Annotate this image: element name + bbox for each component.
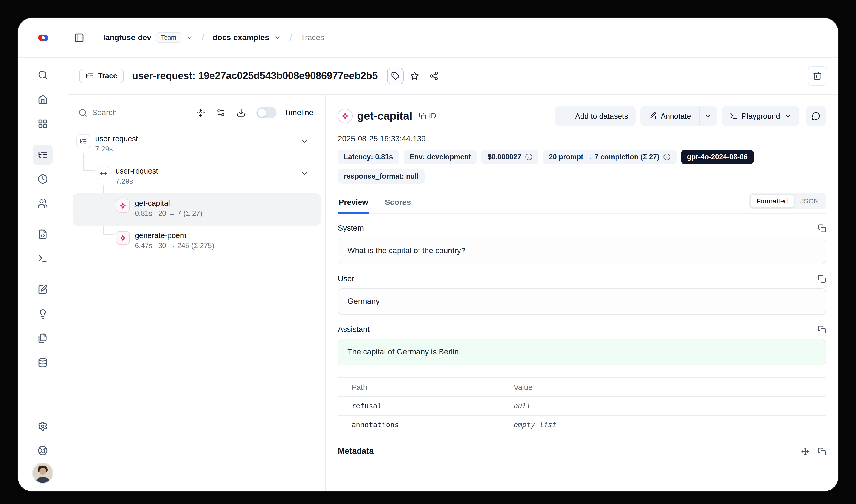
tree-item-generation[interactable]: generate-poem 6.47s 30 → 245 (Σ 275) xyxy=(73,226,321,258)
playground-label: Playground xyxy=(742,112,780,120)
cost-value: $0.000027 xyxy=(487,153,521,161)
sidebar-item-playground[interactable] xyxy=(33,249,53,269)
tree-item-duration: 7.29s xyxy=(115,176,133,186)
sidebar-item-traces[interactable] xyxy=(33,145,53,165)
tree-settings-button[interactable] xyxy=(212,104,230,122)
sidebar-item-dashboard[interactable] xyxy=(33,114,53,134)
trace-title: user-request: 19e27ac025d543b008e9086977… xyxy=(132,70,378,82)
chevron-down-icon[interactable] xyxy=(301,169,309,178)
value-cell: null xyxy=(514,402,826,410)
detail-tabs: Preview Scores Formatted JSON xyxy=(338,193,826,214)
tree-item-generation-selected[interactable]: get-capital 0.81s 20 → 7 (Σ 27) xyxy=(73,193,321,226)
tree-item-label: user-request xyxy=(95,133,138,144)
tree-item-span[interactable]: user-request 7.29s xyxy=(73,161,321,193)
playground-button[interactable]: Playground xyxy=(721,106,799,126)
format-option-formatted[interactable]: Formatted xyxy=(750,194,794,208)
download-icon xyxy=(237,108,246,118)
delete-trace-button[interactable] xyxy=(808,66,827,86)
breadcrumb-folder[interactable]: docs-examples xyxy=(213,33,269,42)
breadcrumb-separator: / xyxy=(201,32,204,43)
section-user: User Germany xyxy=(338,274,826,315)
tab-preview[interactable]: Preview xyxy=(338,198,369,213)
bookmark-star-button[interactable] xyxy=(406,68,423,84)
move-icon[interactable] xyxy=(801,447,809,455)
tokens-badge[interactable]: 20 prompt → 7 completion (Σ 27) xyxy=(543,149,676,164)
sidebar-item-evaluation[interactable] xyxy=(33,304,53,324)
tab-scores[interactable]: Scores xyxy=(384,198,412,213)
tree-item-duration: 6.47s xyxy=(135,240,152,251)
section-assistant: Assistant The capital of Germany is Berl… xyxy=(338,325,826,365)
section-label: System xyxy=(338,224,364,233)
sidebar-item-support[interactable] xyxy=(33,440,53,461)
copy-id-chip[interactable]: ID xyxy=(419,112,436,120)
sidebar-item-search[interactable] xyxy=(33,65,53,85)
breadcrumb-project[interactable]: langfuse-dev xyxy=(103,33,151,42)
search-input[interactable] xyxy=(92,108,143,118)
tree-item-duration: 0.81s xyxy=(135,208,152,219)
tree-toolbar: Timeline xyxy=(68,95,325,127)
chevron-down-icon[interactable] xyxy=(274,34,281,41)
tree-item-label: user-request xyxy=(115,166,158,176)
sidebar-item-users[interactable] xyxy=(33,193,53,214)
sidebar-item-annotation[interactable] xyxy=(33,280,53,300)
timeline-toggle[interactable] xyxy=(256,107,277,118)
annotate-dropdown-button[interactable] xyxy=(699,106,717,126)
sidebar-item-database[interactable] xyxy=(33,353,53,373)
info-icon xyxy=(525,153,532,161)
comments-button[interactable] xyxy=(806,106,826,126)
sidebar-item-home[interactable] xyxy=(33,89,53,110)
metadata-section: Metadata xyxy=(338,447,826,456)
tree-item-trace[interactable]: user-request 7.29s xyxy=(73,129,321,161)
trash-icon xyxy=(813,71,822,80)
chevron-down-icon[interactable] xyxy=(186,34,193,41)
metadata-label: Metadata xyxy=(338,447,374,456)
panel-left-icon xyxy=(74,33,84,42)
add-to-datasets-button[interactable]: Add to datasets xyxy=(555,106,636,126)
annotate-button[interactable]: Annotate xyxy=(640,106,699,126)
output-properties-table: Path Value refusal null annotations empt… xyxy=(338,377,826,434)
sidebar-toggle-button[interactable] xyxy=(70,28,88,47)
chevron-down-icon[interactable] xyxy=(301,137,309,145)
breadcrumb: langfuse-dev Team / docs-examples / Trac… xyxy=(103,32,324,43)
sidebar-item-datasets[interactable] xyxy=(33,328,53,348)
list-tree-icon xyxy=(38,149,48,160)
table-row: refusal null xyxy=(338,397,826,416)
format-option-json[interactable]: JSON xyxy=(794,195,825,207)
copy-icon[interactable] xyxy=(818,325,826,334)
top-header: langfuse-dev Team / docs-examples / Trac… xyxy=(18,18,838,57)
app-window: langfuse-dev Team / docs-examples / Trac… xyxy=(18,18,838,491)
section-system: System What is the capital of the countr… xyxy=(338,224,826,264)
share-button[interactable] xyxy=(426,68,442,84)
sidebar-item-settings[interactable] xyxy=(33,416,53,436)
model-badge[interactable]: gpt-4o-2024-08-06 xyxy=(681,149,754,164)
tree-item-duration: 7.29s xyxy=(95,144,113,154)
sparkles-icon xyxy=(116,231,130,245)
sidebar-item-prompts[interactable] xyxy=(33,224,53,245)
collapse-tree-button[interactable] xyxy=(192,104,210,122)
user-avatar[interactable] xyxy=(32,463,53,484)
trace-title-bar: Trace user-request: 19e27ac025d543b008e9… xyxy=(68,57,838,95)
lightbulb-icon xyxy=(38,309,48,319)
chevron-down-icon xyxy=(784,112,791,120)
path-cell: annotations xyxy=(338,421,514,429)
copy-icon[interactable] xyxy=(818,447,826,455)
format-toggle: Formatted JSON xyxy=(749,193,826,209)
copy-icon[interactable] xyxy=(818,224,826,232)
langfuse-logo-icon xyxy=(37,32,49,43)
info-icon xyxy=(663,153,671,161)
sidebar-item-sessions[interactable] xyxy=(33,169,53,189)
cost-badge[interactable]: $0.000027 xyxy=(482,149,538,164)
copy-icon[interactable] xyxy=(818,275,826,283)
breadcrumb-page[interactable]: Traces xyxy=(301,33,324,42)
annotate-label: Annotate xyxy=(661,112,691,120)
star-icon xyxy=(410,71,419,80)
observation-tree-panel: Timeline xyxy=(68,95,326,491)
search-box[interactable] xyxy=(78,108,190,118)
system-message-content: What is the capital of the country? xyxy=(338,237,826,264)
response-format-badge: response_format: null xyxy=(338,169,425,184)
path-cell: refusal xyxy=(338,402,514,410)
tag-button[interactable] xyxy=(387,68,404,84)
download-button[interactable] xyxy=(233,104,250,122)
annotate-split-button: Annotate xyxy=(640,106,717,126)
fold-vertical-icon xyxy=(196,108,206,118)
